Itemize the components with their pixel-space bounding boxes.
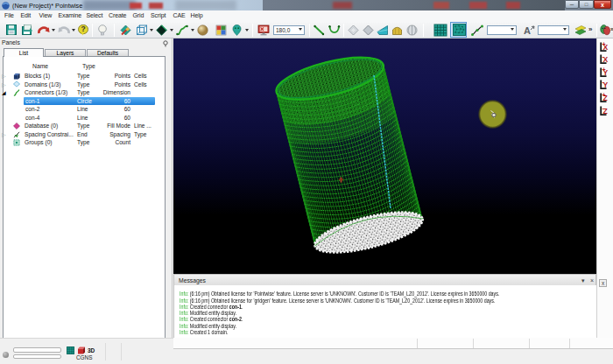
svg-text:+: +: [602, 66, 605, 73]
svg-text:+: +: [602, 41, 605, 47]
svg-text:A: A: [524, 25, 531, 36]
svg-text:+: +: [602, 92, 605, 98]
